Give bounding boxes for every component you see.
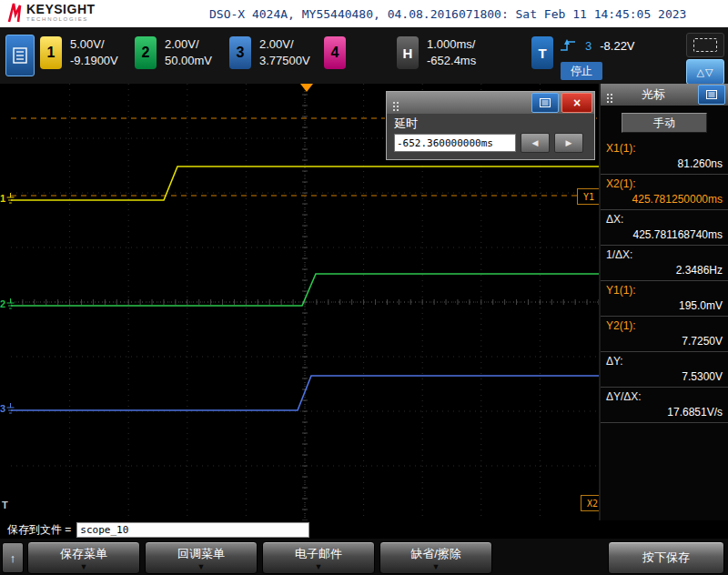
channel-3-offset: 3.77500V: [259, 53, 310, 69]
horizontal-badge[interactable]: H: [397, 36, 419, 69]
channel-1-scale: 5.00V/: [70, 36, 118, 53]
cursor-panel-header: 光标: [601, 84, 728, 106]
filename-input[interactable]: [76, 522, 309, 538]
keysight-logo: KEYSIGHT TECHNOLOGIES: [7, 3, 96, 23]
keysight-spark-icon: [7, 3, 22, 23]
channel-4-control[interactable]: 4: [324, 36, 346, 69]
channel-2-offset: 50.00mV: [165, 53, 212, 69]
decrement-button[interactable]: ◀: [521, 133, 550, 153]
cursor-row-x1[interactable]: X1(1): 81.260ns: [601, 139, 728, 175]
trigger-badge[interactable]: T: [531, 36, 553, 69]
cursor-panel-title: 光标: [609, 86, 698, 103]
cursor-panel-menu-button[interactable]: [698, 85, 725, 105]
channel-3-ground-marker[interactable]: 3: [0, 403, 15, 414]
channel-4-badge[interactable]: 4: [324, 36, 346, 69]
cursor-row-dy[interactable]: ΔY: 7.5300V: [601, 352, 728, 388]
dialog-title: 延时: [394, 116, 587, 131]
save-file-label: 保存到文件 =: [7, 522, 71, 538]
menu-icon: [540, 98, 551, 107]
softkey-label: 缺省/擦除: [410, 546, 461, 562]
channel-2-badge[interactable]: 2: [135, 36, 157, 69]
channel-2-readout: 2.00V/ 50.00mV: [165, 36, 212, 69]
channel-2-control[interactable]: 2 2.00V/ 50.00mV: [135, 36, 212, 69]
horizontal-scale: 1.000ms/: [427, 36, 476, 53]
instrument-title: DSO-X 4024A, MY55440480, 04.08.201607180…: [209, 7, 686, 21]
channel-1-offset: -9.1900V: [70, 53, 118, 69]
back-up-button[interactable]: ↑: [2, 542, 24, 573]
cursor-label: Y1(1):: [606, 284, 723, 297]
cursor-row-dx[interactable]: ΔX: 425.781168740ms: [601, 210, 728, 246]
cursor-label: ΔY:: [606, 355, 723, 368]
horizontal-delay: -652.4ms: [427, 53, 476, 69]
softkey-default-erase[interactable]: 缺省/擦除 ▼: [379, 541, 492, 574]
cursor-row-1-over-dx[interactable]: 1/ΔX: 2.3486Hz: [601, 246, 728, 281]
trigger-control[interactable]: T: [531, 36, 553, 69]
channel-3-readout: 2.00V/ 3.77500V: [259, 36, 310, 69]
softkey-label: 保存菜单: [60, 546, 107, 562]
up-arrow-icon: ↑: [10, 551, 16, 565]
channel-3-control[interactable]: 3 2.00V/ 3.77500V: [229, 36, 310, 69]
cursor-row-dy-over-dx[interactable]: ΔY/ΔX: 17.6851V/s: [601, 388, 728, 423]
channel-1-badge[interactable]: 1: [40, 36, 62, 69]
channel-1-control[interactable]: 1 5.00V/ -9.1900V: [40, 36, 118, 69]
cursor-row-y1[interactable]: Y1(1): 195.0mV: [601, 281, 728, 317]
softkey-recall-menu[interactable]: 回调菜单 ▼: [145, 541, 258, 574]
chevron-down-icon: ▼: [315, 563, 323, 570]
cursor-row-y2[interactable]: Y2(1): 7.7250V: [601, 317, 728, 352]
cursor-row-x2[interactable]: X2(1): 425.781250000ms: [601, 175, 728, 210]
cursor-label: X1(1):: [606, 142, 723, 155]
dialog-menu-button[interactable]: [531, 93, 559, 113]
ground-icon: [6, 193, 15, 204]
cursor-label: Y2(1):: [606, 319, 723, 332]
channel-3-badge[interactable]: 3: [229, 36, 251, 69]
chevron-down-icon: ▼: [80, 563, 88, 570]
horizontal-control[interactable]: H 1.000ms/ -652.4ms: [397, 36, 476, 69]
softkey-label: 回调菜单: [177, 546, 225, 562]
dialog-close-button[interactable]: ×: [561, 93, 592, 113]
channel-2-ground-label: 2: [0, 298, 5, 309]
cursor-value: 195.0mV: [606, 299, 723, 313]
cursor-label: ΔY/ΔX:: [606, 390, 723, 403]
status-toolbar: 1 5.00V/ -9.1900V 2 2.00V/ 50.00mV 3 2.0…: [0, 27, 728, 84]
menu-icon: [706, 90, 717, 99]
increment-button[interactable]: ▶: [554, 133, 583, 153]
delay-value-input[interactable]: [394, 134, 516, 152]
press-to-save-button[interactable]: 按下保存: [608, 541, 724, 574]
cursor-label: 1/ΔX:: [606, 248, 723, 261]
channel-2-ground-marker[interactable]: 2: [0, 298, 15, 309]
save-file-bar: 保存到文件 =: [0, 520, 728, 539]
dialog-body: 延时 ◀ ▶: [387, 114, 594, 153]
trigger-level-marker[interactable]: T: [2, 499, 8, 510]
cursor-mode-button[interactable]: 手动: [622, 113, 707, 133]
channel-2-scale: 2.00V/: [165, 36, 212, 53]
cursor-value: 81.260ns: [606, 157, 723, 171]
cursor-value: 425.781250000ms: [606, 193, 723, 207]
screen-capture-button[interactable]: [686, 33, 724, 57]
chevron-down-icon: ▼: [432, 563, 440, 570]
cursor-value: 425.781168740ms: [606, 228, 723, 242]
cursor-value: 7.7250V: [606, 335, 723, 348]
menu-icon: [13, 47, 27, 64]
softkey-save-menu[interactable]: 保存菜单 ▼: [27, 541, 140, 574]
chevron-right-icon: ▶: [566, 138, 572, 147]
cursor-y1-marker[interactable]: Y1: [577, 188, 601, 205]
chevron-down-icon: ▼: [197, 563, 206, 570]
softkey-bar: ↑ 保存菜单 ▼ 回调菜单 ▼ 电子邮件 ▼ 缺省/擦除 ▼ 按下保存: [0, 539, 728, 575]
channel-3-scale: 2.00V/: [259, 36, 310, 53]
ground-icon: [6, 403, 15, 414]
channel-1-ground-label: 1: [0, 193, 5, 204]
dashed-rect-icon: [693, 38, 717, 52]
channel-3-ground-label: 3: [0, 403, 5, 414]
softkey-email[interactable]: 电子邮件 ▼: [262, 541, 375, 574]
horizontal-readout: 1.000ms/ -652.4ms: [427, 36, 476, 69]
drag-handle-icon[interactable]: [393, 102, 395, 104]
trigger-source: 3: [585, 39, 592, 53]
header-bar: KEYSIGHT TECHNOLOGIES DSO-X 4024A, MY554…: [0, 0, 728, 27]
waveform-tool-button[interactable]: △▽: [686, 59, 724, 85]
cursor-panel: 光标 手动 X1(1): 81.260ns X2(1): 425.7812500…: [601, 84, 728, 520]
cursor-value: 17.6851V/s: [606, 406, 723, 419]
main-menu-button[interactable]: [5, 35, 35, 76]
cursor-label: ΔX:: [606, 213, 723, 226]
ground-icon: [6, 298, 15, 309]
channel-1-ground-marker[interactable]: 1: [0, 193, 15, 204]
